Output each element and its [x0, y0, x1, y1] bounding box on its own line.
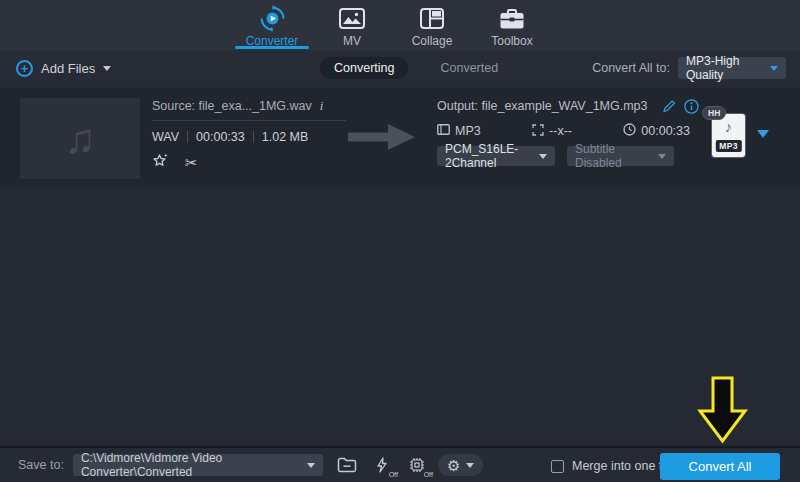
chip-icon — [409, 457, 425, 473]
chevron-down-icon — [770, 66, 778, 71]
subtitle-value: Subtitle Disabled — [575, 142, 650, 170]
output-format: MP3 — [455, 124, 481, 138]
output-info-icon[interactable] — [684, 99, 699, 114]
main-tabs: Converter MV — [232, 0, 552, 50]
divider — [152, 120, 346, 121]
source-duration: 00:00:33 — [196, 130, 245, 144]
settings-button[interactable]: ⚙ — [438, 454, 483, 476]
source-info: Source: file_exa..._1MG.wav i WAV 00:00:… — [152, 97, 346, 171]
view-tabs: Converting Converted — [320, 50, 512, 86]
chevron-down-icon — [466, 463, 474, 468]
convert-all-to-group: Convert All to: MP3-High Quality — [592, 50, 786, 86]
hardware-acceleration-state: Off — [389, 471, 398, 478]
audio-codec-value: PCM_S16LE-2Channel — [445, 142, 531, 170]
convert-all-to-label: Convert All to: — [592, 61, 670, 75]
divider — [187, 131, 188, 143]
convert-all-button[interactable]: Convert All — [660, 453, 780, 480]
tab-toolbox[interactable]: Toolbox — [472, 0, 552, 50]
tab-converter[interactable]: Converter — [232, 0, 312, 50]
effects-star-icon[interactable] — [152, 153, 169, 171]
music-note-icon: ♫ — [64, 115, 96, 163]
media-info-icon[interactable]: i — [320, 98, 324, 114]
converter-toolbar: + Add Files Converting Converted Convert… — [0, 50, 800, 86]
source-to-output-arrow-icon — [348, 123, 416, 155]
add-files-button[interactable]: + Add Files — [16, 60, 111, 77]
source-thumbnail: ♫ — [20, 98, 140, 179]
plus-icon: + — [16, 60, 33, 77]
format-icon — [437, 124, 450, 138]
add-files-label: Add Files — [41, 61, 95, 76]
mp3-file-label: MP3 — [715, 140, 741, 152]
top-navigation: Converter MV — [0, 0, 800, 50]
cut-scissors-icon[interactable]: ✂ — [185, 155, 198, 170]
folder-icon — [337, 457, 357, 473]
gear-icon: ⚙ — [447, 458, 460, 473]
vidmore-converter-window: Converter MV — [0, 0, 800, 482]
merge-checkbox[interactable] — [551, 460, 564, 473]
file-row[interactable]: ♫ Source: file_exa..._1MG.wav i WAV 00:0… — [0, 88, 800, 188]
rename-pencil-icon[interactable] — [662, 99, 676, 113]
format-expand-chevron-icon[interactable] — [757, 130, 769, 138]
audio-codec-dropdown[interactable]: PCM_S16LE-2Channel — [437, 146, 555, 166]
mp3-file-icon: ♪ MP3 HH — [712, 114, 745, 157]
small-note-icon: ♪ — [712, 118, 745, 135]
hardware-acceleration-button[interactable]: Off — [371, 455, 393, 475]
output-duration: 00:00:33 — [641, 124, 690, 138]
tab-collage[interactable]: Collage — [392, 0, 472, 50]
chevron-down-icon — [307, 463, 315, 468]
converter-icon — [259, 5, 286, 32]
gpu-acceleration-button[interactable]: Off — [406, 455, 428, 475]
subtitle-dropdown[interactable]: Subtitle Disabled — [567, 146, 674, 166]
bottom-bar: Save to: C:\Vidmore\Vidmore Video Conver… — [0, 446, 800, 482]
mv-icon — [339, 5, 365, 32]
open-folder-button[interactable] — [336, 455, 358, 475]
lightning-icon — [376, 457, 388, 473]
tab-converting[interactable]: Converting — [320, 57, 408, 79]
merge-into-one-file-toggle[interactable]: Merge into one file — [551, 448, 675, 482]
source-format: WAV — [152, 130, 179, 144]
chevron-down-icon — [539, 154, 547, 159]
save-to-label: Save to: — [18, 458, 64, 472]
resolution-icon — [532, 124, 544, 139]
toolbox-icon — [499, 5, 525, 32]
output-file-preview: ♪ MP3 HH — [712, 114, 772, 174]
divider — [253, 131, 254, 143]
output-format-dropdown[interactable]: MP3-High Quality — [678, 57, 786, 79]
output-format-value: MP3-High Quality — [686, 54, 762, 82]
chevron-down-icon — [658, 154, 666, 159]
tab-converted[interactable]: Converted — [426, 57, 512, 79]
gpu-acceleration-state: Off — [424, 471, 433, 478]
source-size: 1.02 MB — [262, 130, 309, 144]
tab-toolbox-label: Toolbox — [491, 34, 532, 48]
chevron-down-icon — [103, 66, 111, 71]
save-path-value: C:\Vidmore\Vidmore Video Converter\Conve… — [81, 451, 299, 479]
source-filename: Source: file_exa..._1MG.wav — [152, 99, 312, 113]
output-info: Output: file_example_WAV_1MG.mp3 — [437, 97, 690, 166]
clock-icon — [623, 123, 636, 139]
file-list-area: ♫ Source: file_exa..._1MG.wav i WAV 00:0… — [0, 86, 800, 446]
tab-mv-label: MV — [343, 34, 361, 48]
output-resolution: --x-- — [549, 124, 572, 138]
collage-icon — [420, 5, 444, 32]
tab-collage-label: Collage — [412, 34, 453, 48]
quality-badge: HH — [702, 106, 726, 120]
tab-converter-label: Converter — [246, 34, 299, 48]
output-filename: Output: file_example_WAV_1MG.mp3 — [437, 99, 648, 113]
tab-mv[interactable]: MV — [312, 0, 392, 50]
save-path-dropdown[interactable]: C:\Vidmore\Vidmore Video Converter\Conve… — [73, 454, 323, 476]
